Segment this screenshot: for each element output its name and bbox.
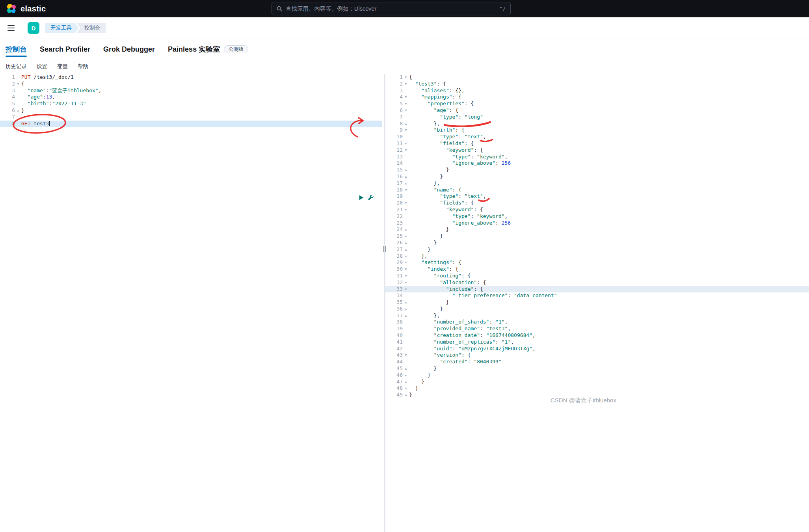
code-line[interactable]: 1▾{ <box>385 74 809 81</box>
code-line[interactable]: 24▴} <box>385 226 809 233</box>
code-line[interactable]: 28▴}, <box>385 253 809 260</box>
fold-toggle-icon[interactable]: ▾ <box>403 107 409 114</box>
code-line[interactable]: 35▴} <box>385 299 809 306</box>
code-line[interactable]: 37▴}, <box>385 313 809 319</box>
code-line[interactable]: 10"type": "text", <box>385 134 809 140</box>
tab-painless-lab[interactable]: Painless 实验室 公测版 <box>168 39 248 60</box>
tab-console[interactable]: 控制台 <box>6 39 27 60</box>
code-line[interactable]: 26▴} <box>385 240 809 246</box>
code-line[interactable]: 13"type": "keyword", <box>385 154 809 160</box>
breadcrumb-console[interactable]: 控制台 <box>77 23 106 33</box>
fold-toggle-icon[interactable]: ▴ <box>403 372 409 379</box>
code-line[interactable]: 4▾"mappings": { <box>385 94 809 100</box>
code-line[interactable]: 33▾"include": { <box>385 286 809 293</box>
code-line[interactable]: 16▴} <box>385 173 809 180</box>
fold-toggle-icon[interactable]: ▾ <box>403 352 409 359</box>
response-viewer[interactable]: 1▾{2▾"test3": {3"aliases": {},4▾"mapping… <box>385 74 809 532</box>
code-line[interactable]: 45▴} <box>385 365 809 372</box>
code-line[interactable]: 18▾"name": { <box>385 187 809 193</box>
code-line[interactable]: 31▾"routing": { <box>385 273 809 279</box>
code-line[interactable]: 40"creation_date": "1667440809684", <box>385 332 809 339</box>
request-editor[interactable]: 1PUT /test3/_doc/12▾{3 "name":"蓝盒子itblue… <box>0 74 382 532</box>
code-line[interactable]: 39"provided_name": "test3", <box>385 326 809 332</box>
code-line[interactable]: 14"ignore_above": 256 <box>385 160 809 167</box>
code-line[interactable]: 32▾"allocation": { <box>385 279 809 286</box>
fold-toggle-icon[interactable]: ▴ <box>403 121 409 127</box>
code-line[interactable]: 2▾"test3": { <box>385 81 809 87</box>
fold-toggle-icon[interactable]: ▴ <box>403 379 409 385</box>
menu-help[interactable]: 帮助 <box>78 63 88 70</box>
code-line[interactable]: 5 "birth":"2022-11-3" <box>0 100 382 107</box>
fold-toggle-icon[interactable]: ▾ <box>15 81 21 87</box>
fold-toggle-icon[interactable]: ▴ <box>403 385 409 392</box>
code-line[interactable]: 25▴} <box>385 233 809 240</box>
fold-toggle-icon[interactable]: ▴ <box>403 167 409 173</box>
code-line[interactable]: 43▾"version": { <box>385 352 809 359</box>
fold-toggle-icon[interactable]: ▾ <box>403 259 409 266</box>
fold-toggle-icon[interactable]: ▾ <box>403 127 409 134</box>
fold-toggle-icon[interactable]: ▾ <box>403 279 409 286</box>
fold-toggle-icon[interactable]: ▾ <box>403 100 409 107</box>
code-line[interactable]: 4 "age":13, <box>0 94 382 100</box>
menu-toggle-button[interactable] <box>0 17 22 39</box>
fold-toggle-icon[interactable]: ▴ <box>403 226 409 233</box>
fold-toggle-icon[interactable]: ▾ <box>403 266 409 273</box>
fold-toggle-icon[interactable]: ▴ <box>403 306 409 313</box>
menu-history[interactable]: 历史记录 <box>6 63 27 70</box>
code-line[interactable]: 6▴} <box>0 107 382 114</box>
fold-toggle-icon[interactable]: ▴ <box>15 107 21 114</box>
fold-toggle-icon[interactable]: ▴ <box>403 240 409 246</box>
request-options-button[interactable] <box>368 194 374 201</box>
send-request-button[interactable] <box>359 195 364 201</box>
code-line[interactable]: 47▴} <box>385 379 809 385</box>
code-line[interactable]: 42"uuid": "oM2pn7gvTXC4ZjMFUO3TXg", <box>385 346 809 352</box>
tab-search-profiler[interactable]: Search Profiler <box>40 39 90 60</box>
fold-toggle-icon[interactable]: ▾ <box>403 140 409 147</box>
code-line[interactable]: 23"ignore_above": 256 <box>385 220 809 227</box>
code-line[interactable]: 3 "name":"蓝盒子itbluebox", <box>0 87 382 94</box>
fold-toggle-icon[interactable]: ▾ <box>403 200 409 206</box>
code-line[interactable]: 48▴} <box>385 385 809 392</box>
code-line[interactable]: 2▾{ <box>0 81 382 87</box>
fold-toggle-icon[interactable]: ▾ <box>403 187 409 193</box>
space-badge[interactable]: D <box>28 22 39 34</box>
code-line[interactable]: 1PUT /test3/_doc/1 <box>0 74 382 81</box>
fold-toggle-icon[interactable]: ▴ <box>403 313 409 319</box>
fold-toggle-icon[interactable]: ▴ <box>403 246 409 253</box>
code-line[interactable]: 22"type": "keyword", <box>385 213 809 220</box>
code-line[interactable]: 38"number_of_shards": "1", <box>385 319 809 326</box>
code-line[interactable]: 27▴} <box>385 246 809 253</box>
code-line[interactable]: 7"type": "long" <box>385 114 809 121</box>
fold-toggle-icon[interactable]: ▴ <box>403 253 409 260</box>
code-line[interactable]: 46▴} <box>385 372 809 379</box>
code-line[interactable]: 36▴} <box>385 306 809 313</box>
code-line[interactable]: 9▾"birth": { <box>385 127 809 134</box>
fold-toggle-icon[interactable]: ▾ <box>403 206 409 213</box>
fold-toggle-icon[interactable]: ▾ <box>403 74 409 81</box>
code-line[interactable]: 29▾"settings": { <box>385 259 809 266</box>
fold-toggle-icon[interactable]: ▾ <box>403 147 409 154</box>
fold-toggle-icon[interactable]: ▾ <box>403 273 409 279</box>
tab-grok-debugger[interactable]: Grok Debugger <box>103 39 155 60</box>
fold-toggle-icon[interactable]: ▴ <box>403 392 409 398</box>
fold-toggle-icon[interactable]: ▴ <box>403 299 409 306</box>
fold-toggle-icon[interactable]: ▾ <box>403 81 409 87</box>
code-line[interactable]: 8GET test3 <box>0 121 382 127</box>
code-line[interactable]: 44"created": "8040399" <box>385 359 809 365</box>
global-search-input[interactable]: 查找应用、内容等。例如：Discover ^/ <box>272 2 511 15</box>
fold-toggle-icon[interactable]: ▾ <box>403 94 409 100</box>
code-line[interactable]: 30▾"index": { <box>385 266 809 273</box>
code-line[interactable]: 34"_tier_preference": "data_content" <box>385 292 809 299</box>
code-line[interactable]: 17▴}, <box>385 180 809 187</box>
code-line[interactable]: 8▴}, <box>385 121 809 127</box>
code-line[interactable]: 6▾"age": { <box>385 107 809 114</box>
code-line[interactable]: 11▾"fields": { <box>385 140 809 147</box>
code-line[interactable]: 15▴} <box>385 167 809 173</box>
fold-toggle-icon[interactable]: ▴ <box>403 365 409 372</box>
code-line[interactable]: 19"type": "text", <box>385 193 809 200</box>
code-line[interactable]: 21▾"keyword": { <box>385 206 809 213</box>
code-line[interactable]: 20▾"fields": { <box>385 200 809 206</box>
elastic-home-link[interactable]: elastic <box>0 4 46 14</box>
fold-toggle-icon[interactable]: ▴ <box>403 233 409 240</box>
code-line[interactable]: 12▾"keyword": { <box>385 147 809 154</box>
